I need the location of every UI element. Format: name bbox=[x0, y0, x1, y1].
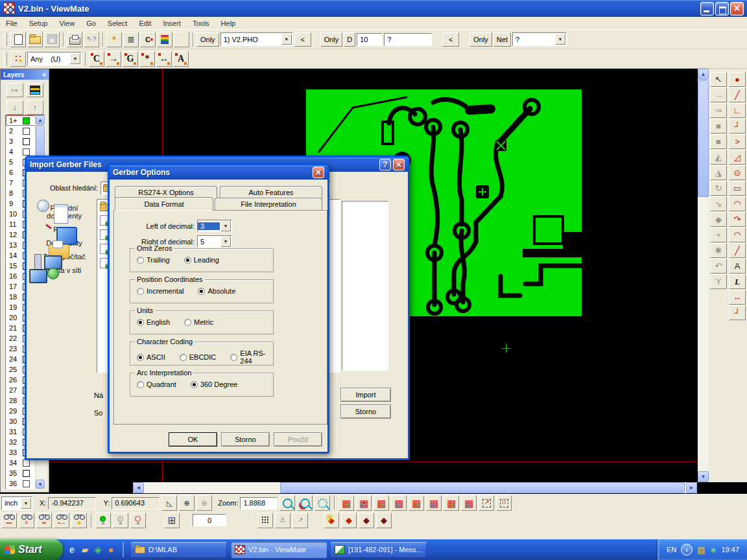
draw-line-button[interactable]: ╱ bbox=[729, 88, 746, 102]
flash-point-button[interactable]: * bbox=[106, 32, 122, 47]
grid-snap-button[interactable]: ▦▫ bbox=[338, 495, 354, 511]
layer-combo[interactable]: 1) V2.PHO ▼ bbox=[220, 32, 293, 46]
group-button[interactable]: Y bbox=[710, 274, 727, 289]
app-quicklaunch-icon[interactable]: ◈ bbox=[91, 542, 104, 557]
radio-option[interactable]: Incremental bbox=[137, 287, 184, 295]
scale-button[interactable]: ⇘ bbox=[710, 196, 727, 211]
highlight-on-button[interactable] bbox=[95, 513, 111, 528]
select-trace-button[interactable]: ↔ bbox=[156, 51, 172, 67]
dot-pattern-button[interactable] bbox=[10, 51, 26, 67]
draw-curve-button[interactable]: ↷ bbox=[729, 212, 746, 227]
layer-row[interactable]: 3 bbox=[6, 136, 36, 146]
pan-up-button[interactable]: ▦↑ bbox=[426, 495, 442, 511]
undo-button[interactable]: ↶ bbox=[710, 259, 727, 274]
layer-insert-button[interactable]: ↦ bbox=[6, 83, 23, 97]
tab-data-format[interactable]: Data Format bbox=[115, 197, 213, 211]
toolbar-grip[interactable] bbox=[4, 52, 7, 65]
start-button[interactable]: Start bbox=[0, 539, 63, 560]
grid-step-field[interactable]: 0 bbox=[193, 514, 226, 526]
select-window-button[interactable]: ↗ bbox=[479, 495, 494, 511]
print-button[interactable] bbox=[67, 32, 82, 47]
view-traces-button[interactable]: ≡ bbox=[19, 513, 34, 528]
pan-left-button[interactable]: ▦← bbox=[374, 495, 389, 511]
view-flash-button[interactable]: ◆ bbox=[71, 513, 87, 528]
radio-option[interactable]: 360 Degree bbox=[191, 380, 238, 388]
chevron-down-icon[interactable]: ▼ bbox=[70, 53, 80, 64]
offset-button[interactable]: + bbox=[710, 228, 727, 242]
draw-angle-button[interactable]: > bbox=[729, 134, 746, 149]
select-move-button[interactable]: → bbox=[106, 51, 121, 67]
text-tool-button[interactable]: A bbox=[729, 259, 746, 274]
menu-item[interactable]: View bbox=[53, 18, 80, 29]
scroll-right-button[interactable]: ► bbox=[686, 482, 697, 493]
chevron-down-icon[interactable]: ▼ bbox=[281, 34, 292, 45]
restore-button[interactable] bbox=[715, 2, 729, 16]
cancel-button[interactable]: Storno bbox=[340, 404, 391, 419]
dimension-tool-button[interactable]: ↔ bbox=[729, 290, 746, 305]
ok-button[interactable]: OK bbox=[169, 432, 217, 447]
menu-item[interactable]: File bbox=[0, 18, 23, 29]
cancel-button[interactable]: Storno bbox=[221, 432, 270, 447]
task-explorer[interactable]: D:\MLAB bbox=[131, 542, 227, 558]
close-icon[interactable]: × bbox=[313, 167, 324, 178]
place-recent-documents[interactable]: Poslední dokumenty bbox=[35, 204, 93, 220]
grid-display-button[interactable]: ▦+ bbox=[356, 495, 372, 511]
radio-option[interactable]: EBCDIC bbox=[180, 349, 217, 365]
anchor-button[interactable]: ⚓ bbox=[275, 513, 290, 528]
layer-color-swatch[interactable] bbox=[23, 128, 30, 135]
select-gerber-button[interactable]: G bbox=[123, 51, 138, 67]
menu-item[interactable]: Tools bbox=[187, 18, 215, 29]
select-text-button[interactable]: A bbox=[173, 51, 189, 67]
dot-grid-button[interactable] bbox=[257, 513, 273, 528]
square-tool-button[interactable]: ■ bbox=[710, 119, 727, 134]
transform-button[interactable]: ✱ bbox=[710, 243, 727, 258]
radio-option[interactable]: Trailing bbox=[137, 256, 170, 264]
pan-down-button[interactable]: ▦↓ bbox=[409, 495, 424, 511]
draw-circle-button[interactable]: ⊙ bbox=[729, 165, 746, 180]
tray-burst-icon[interactable]: ∗ bbox=[710, 546, 717, 554]
explorer-quicklaunch-icon[interactable]: ▰ bbox=[78, 542, 91, 557]
tray-collapse-button[interactable]: ‹ bbox=[681, 544, 693, 555]
horizontal-scroll-thumb[interactable] bbox=[280, 482, 685, 493]
flash-highlight-button[interactable]: ∗ ◆ bbox=[324, 513, 339, 528]
firefox-quicklaunch-icon[interactable]: ● bbox=[104, 542, 117, 557]
zoom-area-button[interactable] bbox=[314, 495, 330, 511]
net-combo[interactable]: ? ▼ bbox=[512, 32, 567, 46]
close-icon[interactable]: × bbox=[393, 159, 405, 170]
task-viewmate[interactable]: V2.bin - ViewMate bbox=[231, 542, 327, 558]
chevron-down-icon[interactable]: ▼ bbox=[555, 34, 565, 45]
tab-file-interpretation[interactable]: File Interpretation bbox=[215, 198, 322, 210]
draw-triangle-button[interactable]: ◿ bbox=[729, 150, 746, 165]
layer-row[interactable]: 2 bbox=[6, 126, 36, 136]
select-flash-button[interactable]: * bbox=[139, 51, 155, 67]
scroll-up-button[interactable]: ▲ bbox=[698, 69, 709, 80]
layer-color-swatch[interactable] bbox=[23, 460, 30, 467]
menu-item[interactable]: Setup bbox=[23, 18, 54, 29]
new-file-button[interactable] bbox=[10, 32, 26, 47]
radio-option[interactable]: Metric bbox=[184, 318, 213, 326]
right-of-decimal-combo[interactable]: 5 ▼ bbox=[197, 235, 232, 248]
locate-point-button[interactable]: ⊕ bbox=[196, 495, 212, 511]
dcode-value-field[interactable]: 10 bbox=[357, 33, 383, 46]
minimize-button[interactable] bbox=[700, 2, 714, 16]
layers-panel-titlebar[interactable]: Layers × bbox=[1, 69, 49, 80]
highlight-off-button[interactable] bbox=[113, 513, 128, 528]
help-button[interactable]: ? bbox=[379, 159, 391, 170]
language-indicator[interactable]: EN bbox=[667, 546, 676, 554]
snap-move-button[interactable]: ↗ bbox=[292, 513, 308, 528]
flash-solid-button[interactable]: ∗ ◆ bbox=[341, 513, 357, 528]
context-help-button[interactable]: ↖? bbox=[84, 32, 99, 47]
ie-quicklaunch-icon[interactable]: e bbox=[65, 542, 78, 557]
filter-combo[interactable]: Any (U) ▼ bbox=[27, 52, 82, 65]
radio-option[interactable]: ASCII bbox=[137, 349, 165, 365]
y-coordinate-field[interactable]: 0.690643 bbox=[112, 497, 160, 509]
layer-row[interactable]: 36 bbox=[6, 478, 36, 489]
menu-item[interactable]: Go bbox=[80, 18, 102, 29]
only-net-button[interactable]: Only bbox=[469, 32, 492, 47]
chevron-down-icon[interactable]: ▼ bbox=[220, 236, 231, 247]
chevron-down-icon[interactable]: ▼ bbox=[21, 498, 31, 509]
move-feature-button[interactable]: ⇒ bbox=[710, 103, 727, 118]
pointer-tool-button[interactable]: ↖ bbox=[710, 72, 727, 87]
menu-item[interactable]: Edit bbox=[133, 18, 157, 29]
panel-grid-button[interactable]: ⊞ bbox=[164, 513, 180, 528]
